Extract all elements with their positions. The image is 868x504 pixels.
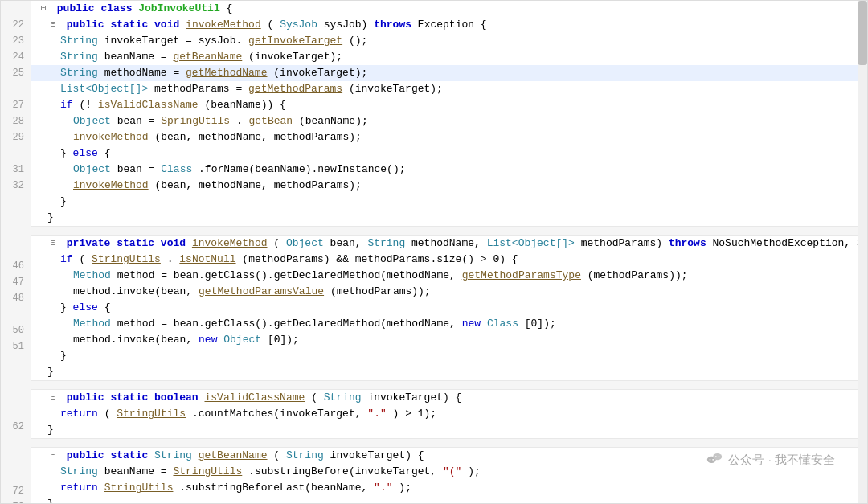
- section-divider-1: [31, 226, 867, 236]
- ln: [7, 435, 24, 451]
- ln: 73: [7, 499, 24, 504]
- ln: 46: [7, 258, 24, 274]
- method-invokeMethod-private: invokeMethod: [192, 237, 268, 249]
- ln: [7, 387, 24, 403]
- scrollbar-thumb[interactable]: [858, 1, 867, 65]
- line-if-string: if ( StringUtils . isNotNull (methodPara…: [31, 252, 867, 268]
- ln: [7, 354, 24, 371]
- ln: [7, 226, 24, 242]
- method-invokeMethod3: invokeMethod: [73, 179, 149, 191]
- collapse-icon-3[interactable]: ⊟: [47, 238, 59, 249]
- method1-declaration: ⊟ public static void invokeMethod ( SysJ…: [31, 17, 867, 33]
- watermark-text: 公众号 · 我不懂安全: [728, 453, 835, 468]
- line-else2: } else {: [31, 300, 867, 316]
- line-return2: return StringUtils .substringBeforeLast(…: [31, 480, 867, 496]
- line-close-method2: }: [31, 364, 867, 380]
- kw-void: void: [154, 18, 179, 31]
- line-bean-spring: Object bean = SpringUtils . getBean (bea…: [31, 113, 867, 129]
- ln: 27: [7, 97, 24, 113]
- line-methodName-highlighted: String methodName = getMethodName (invok…: [31, 65, 867, 81]
- ref-StringUtils3: StringUtils: [173, 465, 242, 477]
- collapse-icon-4[interactable]: ⊟: [47, 392, 59, 404]
- svg-point-3: [713, 459, 714, 461]
- line-if-valid: if (! isValidClassName (beanName)) {: [31, 97, 867, 113]
- ln: [7, 81, 24, 97]
- type-sysjob: SysJob: [280, 18, 317, 31]
- watermark: 公众号 · 我不懂安全: [706, 449, 835, 471]
- ln: [7, 1, 24, 17]
- method-isValidClassName2: isValidClassName: [204, 391, 305, 404]
- line-invoke2: invokeMethod (bean, methodName, methodPa…: [31, 178, 867, 194]
- method-getInvokeTarget: getInvokeTarget: [248, 35, 342, 47]
- method-getMethodParamsValue: getMethodParamsValue: [199, 285, 324, 297]
- method-getMethodParamsType: getMethodParamsType: [462, 269, 581, 281]
- line-method-invoke2: method.invoke(bean, new Object [0]);: [31, 332, 867, 348]
- ln: 48: [7, 290, 24, 306]
- ref-StringUtils: StringUtils: [92, 253, 161, 265]
- ln: 22: [7, 17, 24, 33]
- ln: 32: [7, 178, 24, 194]
- ln: [7, 306, 24, 322]
- line-close-inner: }: [31, 194, 867, 210]
- method-getBeanName: getBeanName: [173, 51, 242, 63]
- ref-StringUtils4: StringUtils: [104, 481, 174, 494]
- ln: 72: [7, 483, 24, 499]
- wechat-icon: [706, 449, 723, 471]
- collapse-icon[interactable]: ⊟: [38, 3, 49, 14]
- brace-open: {: [227, 2, 233, 14]
- collapse-icon-2[interactable]: ⊟: [47, 19, 59, 31]
- method-getBean: getBean: [249, 115, 293, 127]
- svg-point-2: [710, 459, 711, 461]
- line-return1: return ( StringUtils .countMatches(invok…: [31, 406, 867, 422]
- line-invoke1: invokeMethod (bean, methodName, methodPa…: [31, 129, 867, 145]
- ln: [7, 371, 24, 387]
- kw-throws: throws: [374, 18, 411, 31]
- ln: 47: [7, 274, 24, 290]
- line-else1: } else {: [31, 145, 867, 162]
- ln: 23: [7, 33, 24, 49]
- line-numbers: 22 23 24 25 27 28 29 31 32 46 47 48 50 5…: [1, 1, 31, 503]
- ln: 28: [7, 113, 24, 129]
- ln: [7, 451, 24, 467]
- method-springUtils: SpringUtils: [161, 115, 230, 127]
- ln: 29: [7, 129, 24, 145]
- ln: 62: [7, 419, 24, 435]
- method-isNotNull: isNotNull: [179, 253, 235, 265]
- line-close-else2: }: [31, 348, 867, 364]
- ln: [7, 467, 24, 483]
- line-close-method1: }: [31, 210, 867, 226]
- section-divider-3: [31, 438, 867, 448]
- svg-point-5: [719, 456, 720, 457]
- kw-static: static: [110, 18, 148, 31]
- class-name: JobInvokeUtil: [138, 2, 219, 14]
- ln: [7, 194, 24, 210]
- section-divider-2: [31, 380, 867, 390]
- line-bean-class: Object bean = Class .forName(beanName).n…: [31, 162, 867, 178]
- ln: 50: [7, 322, 24, 338]
- line-method-decl2: Method method = bean.getClass().getDecla…: [31, 316, 867, 332]
- scrollbar[interactable]: [858, 1, 867, 503]
- method-getMethodName: getMethodName: [186, 67, 267, 79]
- method3-declaration: ⊟ public static boolean isValidClassName…: [31, 390, 867, 406]
- class-declaration-line: ⊟ public class JobInvokeUtil {: [31, 1, 867, 17]
- svg-point-1: [714, 453, 723, 460]
- line-close-method4: }: [31, 496, 867, 503]
- line-invokeTarget: String invokeTarget = sysJob. getInvokeT…: [31, 33, 867, 49]
- ln: 31: [7, 162, 24, 178]
- method-getBeanName2: getBeanName: [199, 449, 268, 461]
- method-invokeMethod2: invokeMethod: [73, 131, 149, 143]
- line-method-invoke: method.invoke(bean, getMethodParamsValue…: [31, 284, 867, 300]
- ln: 25: [7, 65, 24, 81]
- line-beanName: String beanName = getBeanName (invokeTar…: [31, 49, 867, 65]
- method-isValidClassName: isValidClassName: [98, 99, 199, 111]
- svg-point-4: [715, 456, 717, 457]
- keyword-class: class: [100, 2, 132, 14]
- ln: [7, 210, 24, 226]
- ln: [7, 242, 24, 258]
- ln: [7, 403, 24, 419]
- line-methodParams: List<Object[]> methodParams = getMethodP…: [31, 81, 867, 97]
- ref-StringUtils2: StringUtils: [117, 408, 186, 420]
- code-content: ⊟ public class JobInvokeUtil { ⊟ public …: [31, 1, 867, 503]
- line-method-decl: Method method = bean.getClass().getDecla…: [31, 268, 867, 284]
- collapse-icon-5[interactable]: ⊟: [47, 450, 59, 461]
